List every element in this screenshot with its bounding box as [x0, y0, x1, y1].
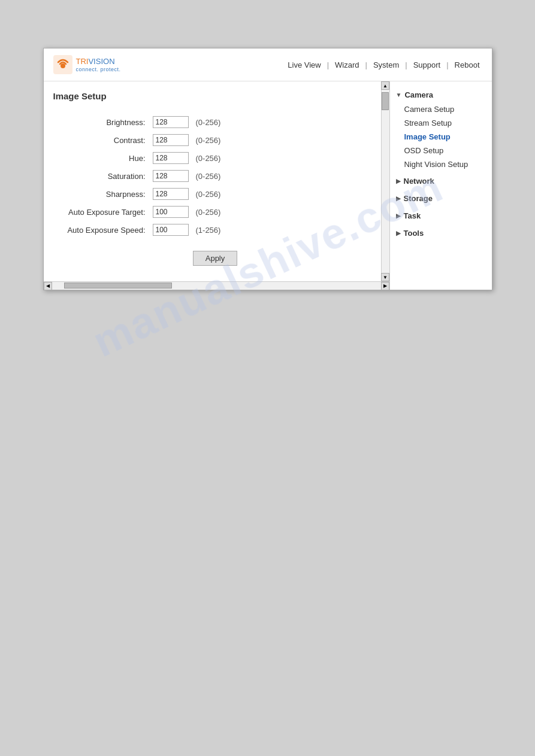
- field-label-3: Saturation:: [53, 167, 149, 185]
- form-row: Brightness:(0-256): [53, 113, 377, 131]
- field-label-2: Hue:: [53, 149, 149, 167]
- nav-wizard[interactable]: Wizard: [333, 59, 361, 71]
- sidebar-section-label-0: Camera: [404, 90, 433, 99]
- nav-links: Live View | Wizard | System | Support | …: [285, 59, 482, 71]
- sidebar-arrow-icon: ▶: [396, 212, 401, 219]
- sidebar-item-camera-setup[interactable]: Camera Setup: [390, 102, 492, 116]
- sidebar-section-header-camera[interactable]: ▼Camera: [390, 87, 492, 102]
- form-row: Hue:(0-256): [53, 149, 377, 167]
- scroll-thumb-h[interactable]: [64, 283, 172, 289]
- sidebar-section-label-4: Tools: [404, 229, 424, 238]
- sidebar-section-header-tools[interactable]: ▶Tools: [390, 226, 492, 241]
- sidebar-item-night-vision-setup[interactable]: Night Vision Setup: [390, 157, 492, 171]
- field-range-2: (0-256): [192, 149, 377, 167]
- field-label-5: Auto Exposure Target:: [53, 203, 149, 221]
- field-label-4: Sharpness:: [53, 185, 149, 203]
- sidebar-section-tools: ▶Tools: [390, 226, 492, 241]
- field-range-1: (0-256): [192, 131, 377, 149]
- vertical-scrollbar[interactable]: ▲ ▼: [381, 81, 389, 281]
- scroll-thumb-v[interactable]: [382, 92, 389, 110]
- field-label-6: Auto Exposure Speed:: [53, 221, 149, 239]
- content-inner: Image Setup Brightness:(0-256)Contrast:(…: [44, 81, 389, 281]
- logo-area: TRIVISION connect. protect.: [53, 55, 121, 74]
- sidebar-section-header-network[interactable]: ▶Network: [390, 174, 492, 189]
- logo-tri: TRI: [76, 57, 89, 66]
- field-range-4: (0-256): [192, 185, 377, 203]
- sidebar-section-header-storage[interactable]: ▶Storage: [390, 191, 492, 206]
- nav-system[interactable]: System: [371, 59, 401, 71]
- logo-text: TRIVISION: [76, 57, 115, 66]
- form-row: Saturation:(0-256): [53, 167, 377, 185]
- field-label-1: Contrast:: [53, 131, 149, 149]
- browser-window: TRIVISION connect. protect. Live View | …: [43, 48, 492, 290]
- field-input-1[interactable]: [153, 134, 189, 146]
- sidebar-section-label-2: Storage: [404, 194, 433, 203]
- nav-bar: TRIVISION connect. protect. Live View | …: [44, 48, 492, 81]
- logo-box: TRIVISION connect. protect.: [76, 57, 121, 72]
- logo-vision: VISION: [88, 57, 114, 66]
- scroll-down-button[interactable]: ▼: [381, 273, 389, 281]
- sidebar-section-network: ▶Network: [390, 174, 492, 189]
- h-scroll-track: [52, 282, 381, 290]
- sidebar-arrow-icon: ▶: [396, 178, 401, 184]
- content-panel: Image Setup Brightness:(0-256)Contrast:(…: [44, 81, 390, 290]
- form-table: Brightness:(0-256)Contrast:(0-256)Hue:(0…: [53, 113, 377, 239]
- logo-tagline: connect. protect.: [76, 66, 121, 72]
- sidebar-section-task: ▶Task: [390, 208, 492, 223]
- horizontal-scrollbar[interactable]: ◀ ▶: [44, 281, 389, 290]
- scroll-right-button[interactable]: ▶: [381, 282, 389, 290]
- main-area: Image Setup Brightness:(0-256)Contrast:(…: [44, 81, 492, 290]
- field-range-6: (1-256): [192, 221, 377, 239]
- scroll-left-button[interactable]: ◀: [44, 282, 52, 290]
- sidebar-item-osd-setup[interactable]: OSD Setup: [390, 144, 492, 157]
- form-row: Auto Exposure Target:(0-256): [53, 203, 377, 221]
- scroll-up-button[interactable]: ▲: [381, 81, 389, 90]
- sidebar: ▼CameraCamera SetupStream SetupImage Set…: [390, 81, 492, 290]
- nav-live-view[interactable]: Live View: [285, 59, 323, 71]
- sidebar-item-image-setup[interactable]: Image Setup: [390, 130, 492, 144]
- nav-reboot[interactable]: Reboot: [452, 59, 482, 71]
- field-input-5[interactable]: [153, 206, 189, 218]
- field-range-0: (0-256): [192, 113, 377, 131]
- form-row: Sharpness:(0-256): [53, 185, 377, 203]
- sidebar-arrow-icon: ▶: [396, 230, 401, 236]
- field-range-5: (0-256): [192, 203, 377, 221]
- form-row: Contrast:(0-256): [53, 131, 377, 149]
- sidebar-section-label-3: Task: [404, 211, 421, 220]
- apply-button[interactable]: Apply: [193, 251, 238, 266]
- content-scroll-area[interactable]: Image Setup Brightness:(0-256)Contrast:(…: [44, 81, 389, 281]
- page-wrapper: TRIVISION connect. protect. Live View | …: [0, 0, 535, 338]
- form-row: Auto Exposure Speed:(1-256): [53, 221, 377, 239]
- sidebar-item-stream-setup[interactable]: Stream Setup: [390, 116, 492, 130]
- sidebar-arrow-icon: ▶: [396, 195, 401, 202]
- sidebar-arrow-icon: ▼: [396, 92, 402, 98]
- page-title: Image Setup: [53, 91, 377, 101]
- field-input-4[interactable]: [153, 188, 189, 200]
- sidebar-section-storage: ▶Storage: [390, 191, 492, 206]
- logo-icon: [53, 55, 72, 74]
- apply-row: Apply: [53, 251, 377, 266]
- field-range-3: (0-256): [192, 167, 377, 185]
- svg-point-1: [61, 63, 65, 68]
- nav-support[interactable]: Support: [411, 59, 443, 71]
- sidebar-section-camera: ▼CameraCamera SetupStream SetupImage Set…: [390, 87, 492, 171]
- field-label-0: Brightness:: [53, 113, 149, 131]
- sidebar-section-header-task[interactable]: ▶Task: [390, 208, 492, 223]
- field-input-0[interactable]: [153, 116, 189, 128]
- sidebar-section-label-1: Network: [404, 177, 434, 186]
- field-input-6[interactable]: [153, 224, 189, 236]
- field-input-2[interactable]: [153, 152, 189, 164]
- field-input-3[interactable]: [153, 170, 189, 182]
